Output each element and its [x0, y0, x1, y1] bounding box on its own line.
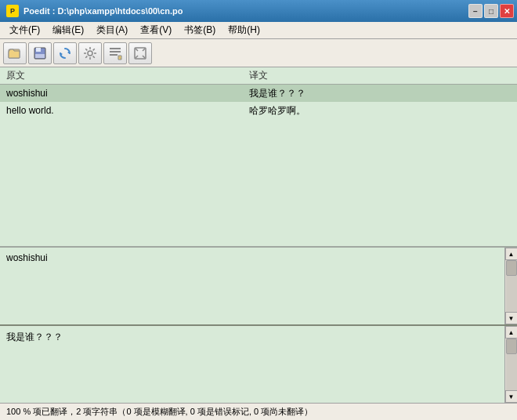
menu-help[interactable]: 帮助(H) [222, 22, 266, 38]
trans-scrollbar-up-arrow[interactable]: ▲ [505, 326, 518, 339]
titlebar-title: Poedit : D:\php\xampp\htdocs\00\cn.po [24, 6, 183, 16]
table-header: 原文 译文 [0, 67, 517, 85]
svg-rect-3 [35, 54, 45, 58]
table-body: woshishui 我是谁？？？ hello world. 哈罗哈罗啊。 [0, 85, 517, 248]
trans-scrollbar-thumb[interactable] [506, 339, 517, 354]
col-header-trans: 译文 [243, 67, 517, 84]
table-row[interactable]: woshishui 我是谁？？？ [0, 85, 517, 102]
table-row[interactable]: hello world. 哈罗哈罗啊。 [0, 102, 517, 119]
cell-trans: 我是谁？？？ [243, 85, 517, 102]
menubar: 文件(F) 编辑(E) 类目(A) 查看(V) 书签(B) 帮助(H) [0, 22, 517, 39]
save-button[interactable] [28, 42, 52, 64]
col-header-source: 原文 [0, 67, 243, 84]
titlebar-left: P Poedit : D:\php\xampp\htdocs\00\cn.po [6, 5, 183, 17]
scrollbar-down-arrow[interactable]: ▼ [505, 312, 518, 324]
open-button[interactable] [3, 42, 27, 64]
scrollbar-up-arrow[interactable]: ▲ [505, 248, 518, 260]
trans-scrollbar-track[interactable] [506, 339, 517, 390]
edit-button[interactable] [103, 42, 127, 64]
app-icon: P [6, 5, 19, 17]
toolbar [0, 39, 517, 67]
menu-file[interactable]: 文件(F) [3, 22, 46, 38]
source-scrollbar[interactable]: ▲ ▼ [504, 248, 517, 324]
settings-button[interactable] [78, 42, 102, 64]
cell-source: woshishui [0, 86, 243, 100]
scrollbar-track[interactable] [506, 260, 517, 312]
maximize-button[interactable]: □ [484, 4, 498, 18]
trans-text: 我是谁？？？ [6, 331, 63, 342]
expand-button[interactable] [128, 42, 152, 64]
trans-scrollbar-down-arrow[interactable]: ▼ [505, 390, 518, 403]
menu-edit[interactable]: 编辑(E) [46, 22, 90, 38]
cell-source: hello world. [0, 103, 243, 118]
translation-table: 原文 译文 woshishui 我是谁？？？ hello world. 哈罗哈罗… [0, 67, 517, 248]
titlebar-controls: − □ ✕ [468, 4, 514, 18]
trans-scrollbar[interactable]: ▲ ▼ [504, 326, 517, 403]
menu-bookmarks[interactable]: 书签(B) [178, 22, 222, 38]
main-content: 原文 译文 woshishui 我是谁？？？ hello world. 哈罗哈罗… [0, 67, 517, 403]
titlebar: P Poedit : D:\php\xampp\htdocs\00\cn.po … [0, 0, 517, 22]
cell-trans: 哈罗哈罗啊。 [243, 103, 517, 119]
minimize-button[interactable]: − [468, 4, 483, 18]
svg-rect-2 [36, 48, 41, 52]
source-text: woshishui [6, 252, 48, 263]
refresh-button[interactable] [53, 42, 77, 64]
svg-rect-9 [110, 54, 118, 56]
statusbar: 100 % 项已翻译，2 项字符串（0 项是模糊翻译, 0 项是错误标记, 0 … [0, 403, 517, 420]
lower-panels: woshishui ▲ ▼ 我是谁？？？ ▲ ▼ [0, 248, 517, 403]
close-button[interactable]: ✕ [500, 4, 514, 18]
translation-panel[interactable]: 我是谁？？？ ▲ ▼ [0, 326, 517, 403]
svg-rect-8 [110, 51, 121, 52]
menu-category[interactable]: 类目(A) [90, 22, 134, 38]
svg-rect-7 [110, 48, 121, 49]
status-text: 100 % 项已翻译，2 项字符串（0 项是模糊翻译, 0 项是错误标记, 0 … [6, 406, 313, 418]
scrollbar-thumb[interactable] [506, 260, 517, 276]
svg-point-6 [88, 51, 92, 56]
menu-view[interactable]: 查看(V) [134, 22, 178, 38]
source-panel[interactable]: woshishui ▲ ▼ [0, 248, 517, 326]
